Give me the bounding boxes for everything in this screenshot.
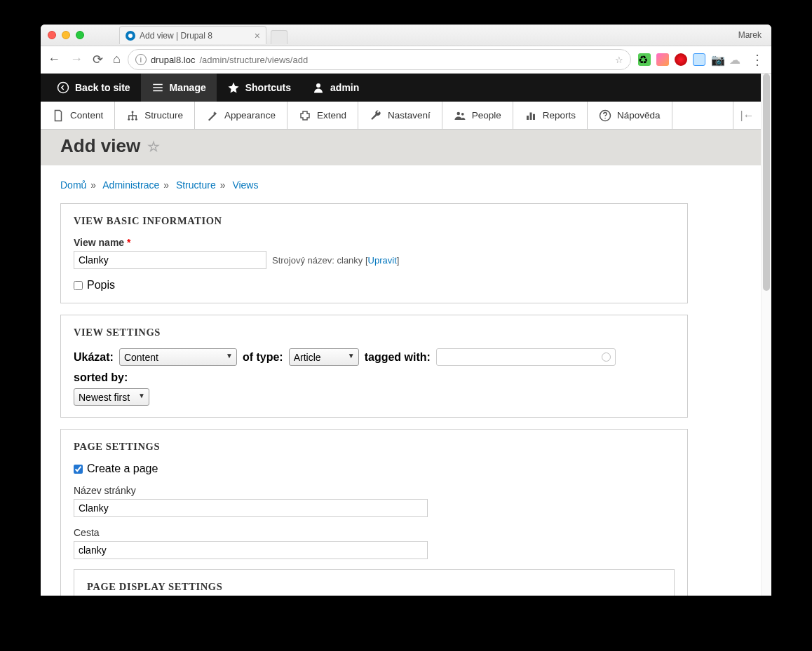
extension-icons: ♻ 📷 ☁ ⋮ [638,51,764,68]
minimize-window-icon[interactable] [62,31,70,39]
favorite-star-icon[interactable]: ☆ [147,138,160,155]
tabstrip: Add view | Drupal 8 × [119,26,287,44]
menu-structure[interactable]: Structure [115,102,195,129]
crumb-home[interactable]: Domů [60,179,86,191]
user-menu[interactable]: admin [302,74,370,102]
browser-window: Add view | Drupal 8 × Marek ← → ⟳ ⌂ i dr… [41,25,771,596]
ext-cloud-icon[interactable]: ☁ [729,53,742,66]
question-circle-icon [599,109,611,122]
titlebar: Add view | Drupal 8 × Marek [41,25,771,46]
shortcuts-link[interactable]: Shortcuts [217,74,302,102]
path-label: Cesta [74,527,675,538]
ext-recycle-icon[interactable]: ♻ [638,53,651,66]
manage-link[interactable]: Manage [141,74,217,102]
show-select[interactable]: Content [119,348,237,366]
menu-appearance[interactable]: Appearance [195,102,287,129]
svg-point-6 [456,111,460,115]
close-window-icon[interactable] [48,31,56,39]
menu-appearance-label: Appearance [224,110,276,121]
basic-info-title: VIEW BASIC INFORMATION [74,215,675,227]
view-settings-fieldset: VIEW SETTINGS Ukázat: Content of type: A… [60,315,688,418]
bookmark-star-icon[interactable]: ☆ [615,55,623,65]
reload-icon[interactable]: ⟳ [93,52,103,67]
tagged-with-input[interactable] [436,348,616,366]
menu-people[interactable]: People [442,102,513,129]
hierarchy-icon [126,109,139,122]
crumb-admin[interactable]: Administrace [102,179,159,191]
back-to-site-link[interactable]: Back to site [46,74,141,102]
hamburger-icon [151,81,164,94]
profile-name[interactable]: Marek [738,30,762,40]
svg-rect-8 [527,116,529,120]
new-tab-button[interactable] [271,30,287,44]
back-to-site-label: Back to site [75,82,130,93]
sorted-by-select[interactable]: Newest first [74,388,149,406]
url-field[interactable]: i drupal8.loc/admin/structure/views/add … [128,49,631,70]
menu-help-label: Nápověda [617,110,661,121]
menu-reports[interactable]: Reports [513,102,588,129]
view-name-input[interactable] [74,251,266,269]
page-title-text: Add view [60,135,140,157]
menu-settings[interactable]: Nastavení [358,102,442,129]
home-icon[interactable]: ⌂ [113,52,121,67]
menu-content[interactable]: Content [41,102,115,129]
wrench-icon [370,109,382,122]
path-input[interactable] [74,541,428,559]
admin-menu: Content Structure Appearance Extend Nast… [41,102,761,130]
page-viewport: Back to site Manage Shortcuts [41,74,771,596]
shortcuts-label: Shortcuts [245,82,291,93]
page-name-input[interactable] [74,499,428,517]
ext-camera-icon[interactable]: 📷 [711,53,724,66]
machine-name-edit-link[interactable]: Upravit [368,255,397,266]
page-name-label: Název stránky [74,485,675,496]
puzzle-icon [299,109,311,122]
wand-icon [206,109,219,122]
page-body: Domů» Administrace» Structure» Views VIE… [41,165,761,596]
scrollbar-thumb[interactable] [763,74,770,291]
site-info-icon[interactable]: i [135,54,147,65]
browser-menu-icon[interactable]: ⋮ [750,51,764,68]
svg-point-1 [316,83,320,88]
create-page-checkbox[interactable] [74,465,83,474]
create-page-label: Create a page [87,462,158,475]
sorted-label: sorted by: [74,371,128,384]
svg-point-7 [461,112,464,115]
tagged-label: tagged with: [365,351,431,364]
ext-pink-icon[interactable] [656,53,669,66]
view-name-label: View name * [74,237,675,248]
toolbar-collapse-icon[interactable]: |← [733,102,761,129]
menu-structure-label: Structure [144,110,183,121]
page-settings-title: PAGE SETTINGS [74,441,675,453]
star-icon [227,81,240,94]
nav-controls: ← → ⟳ ⌂ [48,52,121,67]
zoom-window-icon[interactable] [76,31,84,39]
menu-extend[interactable]: Extend [287,102,358,129]
menu-people-label: People [472,110,501,121]
crumb-structure[interactable]: Structure [176,179,216,191]
svg-point-3 [128,118,130,120]
svg-rect-9 [529,112,532,120]
ext-opera-icon[interactable] [675,53,687,66]
admin-label: admin [330,82,359,93]
bar-chart-icon [525,109,537,122]
forward-icon[interactable]: → [70,52,83,67]
oftype-select[interactable]: Article [289,348,359,366]
favicon-icon [126,31,135,41]
vertical-scrollbar[interactable] [761,74,771,596]
tab-close-icon[interactable]: × [255,30,260,41]
popis-checkbox[interactable] [74,281,83,290]
oftype-label: of type: [243,351,283,364]
browser-tab[interactable]: Add view | Drupal 8 × [119,26,266,44]
menu-help[interactable]: Nápověda [588,102,672,129]
page-header: Add view ☆ [41,130,761,165]
ext-blue-icon[interactable] [693,53,705,66]
breadcrumb: Domů» Administrace» Structure» Views [60,179,741,191]
arrow-left-circle-icon [57,81,69,94]
svg-point-4 [132,118,134,120]
autocomplete-icon [602,352,611,362]
crumb-views[interactable]: Views [232,179,258,191]
user-icon [312,81,325,94]
back-icon[interactable]: ← [48,52,60,67]
svg-point-0 [58,83,69,93]
popis-label: Popis [87,279,115,292]
